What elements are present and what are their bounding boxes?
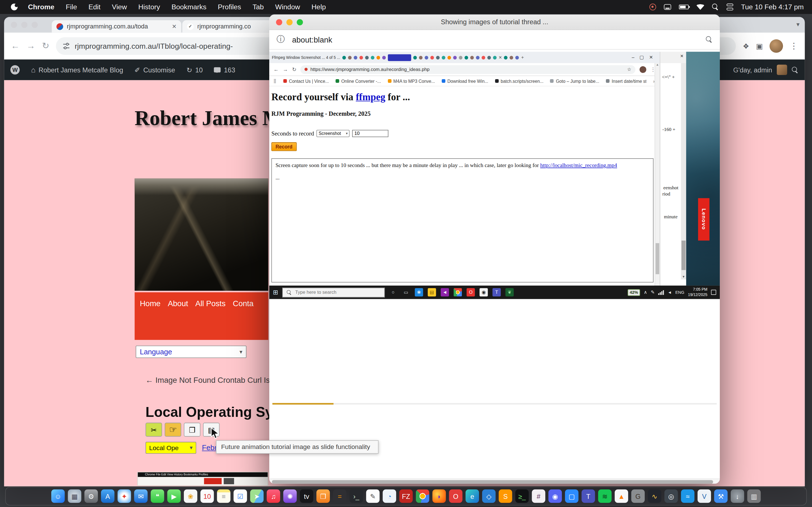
dock-app-downloads[interactable]: ↓: [731, 490, 744, 503]
dock-app-mail[interactable]: ✉: [134, 490, 148, 503]
minimize-window-button[interactable]: [21, 22, 28, 28]
dock-app-messages[interactable]: ❝: [151, 490, 164, 503]
dock-app-music[interactable]: ♫: [267, 490, 280, 503]
menu-bookmarks[interactable]: Bookmarks: [166, 3, 212, 11]
dock-app-docker[interactable]: ≈: [681, 490, 695, 503]
dock-app-opera[interactable]: O: [449, 490, 462, 503]
dock-app-tv[interactable]: tv: [300, 490, 313, 503]
menu-app-name[interactable]: Chrome: [22, 3, 60, 11]
dock-app-reminders[interactable]: ☑: [234, 490, 247, 503]
browser-tab-1[interactable]: rjmprogramming.com.au/toda ✕: [52, 20, 181, 33]
dock-app-trash[interactable]: ▥: [747, 490, 761, 503]
popup-address-bar[interactable]: ⓘ about:blank: [269, 30, 720, 50]
dock-app-podcasts[interactable]: ✺: [283, 490, 297, 503]
dock-app-vscode[interactable]: ◇: [482, 490, 496, 503]
dock-app-sublime[interactable]: S: [499, 490, 512, 503]
animation-icon[interactable]: ✂: [146, 423, 162, 437]
dock-app-iterm[interactable]: ≥_: [515, 490, 529, 503]
tab-close-icon[interactable]: ✕: [172, 23, 176, 30]
battery-icon[interactable]: [679, 4, 689, 9]
close-window-button[interactable]: [11, 22, 17, 28]
site-settings-icon[interactable]: [63, 42, 70, 50]
zoom-window-button[interactable]: [297, 19, 303, 25]
menubar-clock[interactable]: Tue 10 Feb 4:17 pm: [741, 3, 804, 11]
zoom-window-button[interactable]: [32, 22, 38, 28]
menu-history[interactable]: History: [133, 3, 166, 11]
menu-file[interactable]: File: [60, 3, 83, 11]
dock-app-zoom[interactable]: ▢: [565, 490, 578, 503]
dock-app-edge[interactable]: e: [465, 490, 479, 503]
dock-app-virtualbox[interactable]: V: [698, 490, 711, 503]
nav-about[interactable]: About: [168, 299, 188, 340]
admin-site-link[interactable]: ⌂ Robert James Metcalfe Blog: [31, 66, 123, 74]
previous-post-link[interactable]: ← Image Not Found Crontab Curl Issue T: [146, 376, 289, 384]
dock-app-vlc[interactable]: ▲: [615, 490, 628, 503]
dock-app-audacity[interactable]: ∿: [648, 490, 661, 503]
admin-updates-link[interactable]: ↻ 10: [186, 66, 203, 74]
wordpress-logo-icon[interactable]: W: [10, 65, 20, 74]
menu-profiles[interactable]: Profiles: [212, 3, 247, 11]
pointer-icon[interactable]: ☞: [165, 423, 181, 437]
dock-app-textedit[interactable]: ✎: [366, 490, 380, 503]
close-window-button[interactable]: [276, 19, 282, 25]
dock-app-slack[interactable]: #: [532, 490, 545, 503]
menu-tab[interactable]: Tab: [247, 3, 269, 11]
dock-app-spotify[interactable]: ≋: [598, 490, 612, 503]
minimize-window-button[interactable]: [287, 19, 293, 25]
admin-greeting[interactable]: G'day, admin: [733, 66, 772, 74]
dock-app-books[interactable]: ❐: [316, 490, 330, 503]
dock-app-system-settings[interactable]: ⚙: [84, 490, 98, 503]
dock-app-notes[interactable]: ≡: [217, 490, 231, 503]
admin-search-icon[interactable]: [792, 66, 799, 73]
keyboard-input-icon[interactable]: [664, 4, 671, 10]
tab-search-chevron-icon[interactable]: ▾: [797, 20, 800, 28]
scrollbar-thumb[interactable]: [272, 480, 713, 484]
dock-app-launchpad[interactable]: ▦: [68, 490, 82, 503]
back-icon[interactable]: ←: [11, 41, 20, 51]
tutorial-screenshot-image[interactable]: Ffmpeg Window Screenshot ... 4 of 5 ... …: [269, 52, 720, 299]
dock-app-maps[interactable]: ➤: [250, 490, 264, 503]
page-info-icon[interactable]: ⓘ: [276, 34, 285, 45]
dock-app-preview[interactable]: ◔: [383, 490, 396, 503]
menu-edit[interactable]: Edit: [83, 3, 106, 11]
side-panel-icon[interactable]: ▣: [756, 42, 763, 50]
search-icon[interactable]: [706, 36, 712, 43]
dock-app-teams[interactable]: T: [581, 490, 595, 503]
forward-icon[interactable]: →: [27, 41, 35, 51]
topic-select[interactable]: Local Ope ▾: [146, 442, 196, 454]
dock-app-photos[interactable]: ❀: [184, 490, 197, 503]
language-select[interactable]: Language ▾: [136, 346, 246, 358]
dock-app-gimp[interactable]: G: [631, 490, 645, 503]
popup-titlebar[interactable]: Showing images of tutorial thread ...: [269, 14, 720, 30]
dock-app-filezilla[interactable]: FZ: [399, 490, 413, 503]
control-center-icon[interactable]: [726, 4, 733, 10]
dock-app-chrome[interactable]: [416, 490, 429, 503]
dock-app-finder[interactable]: ☺: [51, 490, 65, 503]
screen-recording-icon[interactable]: [649, 4, 656, 10]
browser-menu-icon[interactable]: ⋮: [790, 41, 798, 51]
dock-app-firefox[interactable]: ◗: [433, 490, 446, 503]
menu-help[interactable]: Help: [306, 3, 331, 11]
spotlight-search-icon[interactable]: [712, 4, 719, 10]
reload-icon[interactable]: ↻: [42, 40, 49, 51]
nav-contact[interactable]: Conta: [233, 299, 254, 340]
admin-customise-link[interactable]: ✐ Customise: [135, 66, 175, 74]
admin-comments-link[interactable]: 163: [214, 66, 235, 74]
apple-menu-icon[interactable]: [11, 4, 18, 10]
extensions-icon[interactable]: ❖: [743, 42, 749, 50]
nav-home[interactable]: Home: [140, 299, 160, 340]
dock-app-terminal[interactable]: ›_: [350, 490, 363, 503]
dock-app-app-store[interactable]: A: [101, 490, 114, 503]
profile-avatar[interactable]: [769, 39, 783, 53]
admin-avatar[interactable]: [777, 65, 787, 75]
dock-app-discord[interactable]: ◉: [548, 490, 562, 503]
menu-view[interactable]: View: [106, 3, 133, 11]
dock-app-safari[interactable]: ✦: [117, 490, 131, 503]
dock-app-calendar[interactable]: 10: [200, 490, 214, 503]
dock-app-obs[interactable]: ◎: [665, 490, 678, 503]
nav-all-posts[interactable]: All Posts: [195, 299, 225, 340]
dock-app-xcode[interactable]: ⚒: [714, 490, 728, 503]
wifi-icon[interactable]: [696, 4, 704, 10]
popup-horizontal-scrollbar[interactable]: [269, 478, 720, 484]
dock-app-calculator[interactable]: =: [333, 490, 347, 503]
